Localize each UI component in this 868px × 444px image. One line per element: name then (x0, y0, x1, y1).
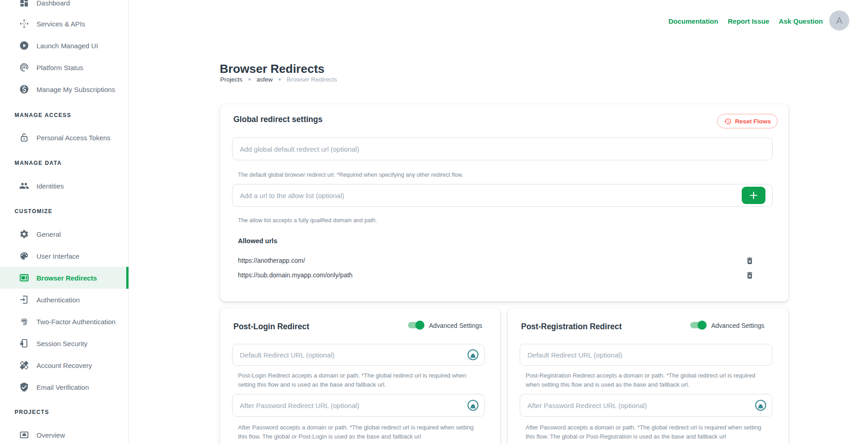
toggle-knob (698, 321, 707, 330)
allowed-urls-title: Allowed urls (238, 237, 277, 245)
phone-lock-icon (19, 338, 29, 348)
dashboard-icon (19, 0, 29, 8)
post-login-default-url-input[interactable] (232, 344, 485, 366)
post-login-default-help: Post-Login Redirect accepts a domain or … (238, 371, 477, 389)
sidebar-section-manage-access: MANAGE ACCESS (0, 104, 129, 126)
delete-url-button[interactable] (745, 255, 754, 265)
sidebar-item-services-apis[interactable]: Services & APIs (0, 13, 129, 35)
top-links: Documentation Report Issue Ask Question (668, 17, 823, 25)
advanced-settings-label: Advanced Settings (711, 322, 765, 329)
sidebar-item-label: Overview (36, 431, 65, 439)
breadcrumb: Projects asfew Browser Redirects (220, 76, 337, 83)
after-password-field (232, 394, 485, 417)
sidebar-item-platform-status[interactable]: Platform Status (0, 56, 129, 78)
sidebar-item-personal-access-tokens[interactable]: Personal Access Tokens (0, 127, 129, 148)
allowed-url-row: https://anotherapp.com/ (238, 254, 770, 267)
global-redirect-settings-card: Global redirect settings Reset Flows The… (220, 104, 788, 301)
global-default-url-help: The default global browser redirect url.… (238, 171, 463, 179)
gear-icon (19, 229, 29, 239)
post-registration-redirect-card: Post-Registration Redirect Advanced Sett… (508, 308, 788, 444)
ask-question-link[interactable]: Ask Question (779, 17, 823, 25)
sidebar-item-label: Account Recovery (36, 362, 92, 369)
reset-flows-button[interactable]: Reset Flows (717, 114, 778, 128)
allow-list-url-input[interactable] (232, 184, 773, 207)
add-allow-url-button[interactable] (742, 187, 765, 204)
arch-badge-icon (755, 400, 766, 411)
palette-icon (19, 251, 29, 261)
avatar-initial: A (836, 15, 842, 26)
toggle-knob (415, 321, 424, 330)
sidebar-item-label: Authentication (36, 296, 80, 304)
post-registration-default-url-input[interactable] (520, 344, 772, 366)
avatar[interactable]: A (829, 10, 849, 31)
breadcrumb-projects[interactable]: Projects (220, 76, 243, 83)
allowed-url-text: https://sub.domain.myapp.com/only/path (238, 271, 745, 279)
sidebar-item-label: Platform Status (36, 64, 83, 71)
sidebar-item-dashboard[interactable]: Dashboard (0, 0, 129, 14)
platform-status-icon (19, 62, 29, 72)
sidebar-item-general[interactable]: General (0, 223, 129, 245)
card-title: Post-Login Redirect (233, 322, 309, 332)
advanced-settings-toggle[interactable] (407, 321, 424, 330)
post-login-after-password-url-input[interactable] (232, 394, 485, 417)
post-registration-default-help: Post-Registration Redirect accepts a dom… (526, 371, 765, 389)
plus-icon (749, 191, 758, 200)
post-login-redirect-card: Post-Login Redirect Advanced Settings Po… (220, 308, 500, 444)
allowed-url-row: https://sub.domain.myapp.com/only/path (238, 268, 770, 282)
sidebar: Dashboard Services & APIs Launch Managed… (0, 0, 129, 444)
sidebar-item-label: User Interface (36, 252, 79, 260)
sidebar-section-manage-data: MANAGE DATA (0, 152, 129, 174)
sidebar-item-launch-managed-ui[interactable]: Launch Managed UI (0, 35, 129, 56)
post-registration-after-password-url-input[interactable] (520, 394, 772, 417)
sidebar-item-label: Email Verification (36, 383, 89, 391)
after-password-field (520, 394, 772, 417)
login-icon (19, 295, 29, 305)
sidebar-item-account-recovery[interactable]: Account Recovery (0, 354, 129, 376)
sidebar-item-two-factor[interactable]: Two-Factor Authentication (0, 311, 129, 332)
browser-window-icon (19, 273, 29, 283)
page-title: Browser Redirects (220, 62, 325, 76)
section-label: PROJECTS (15, 409, 49, 415)
default-redirect-field (232, 344, 485, 366)
breadcrumb-project-name[interactable]: asfew (257, 76, 273, 83)
sidebar-section-projects: PROJECTS (0, 401, 129, 423)
card-title: Post-Registration Redirect (521, 322, 622, 332)
sidebar-item-overview[interactable]: Overview (0, 424, 129, 444)
report-issue-link[interactable]: Report Issue (728, 17, 769, 25)
documentation-link[interactable]: Documentation (668, 17, 718, 25)
advanced-settings-toggle[interactable] (689, 321, 707, 330)
sidebar-item-label: Dashboard (36, 0, 70, 7)
sidebar-item-authentication[interactable]: Authentication (0, 289, 129, 311)
people-icon (19, 181, 29, 191)
dollar-circle-icon (19, 84, 29, 94)
card-title: Global redirect settings (233, 115, 322, 124)
sidebar-item-user-interface[interactable]: User Interface (0, 245, 129, 267)
sidebar-item-label: Browser Redirects (36, 274, 97, 282)
sidebar-item-label: Launch Managed UI (36, 42, 98, 50)
default-redirect-field (520, 344, 772, 366)
sidebar-item-browser-redirects[interactable]: Browser Redirects (0, 267, 129, 289)
sidebar-item-label: Identities (36, 182, 64, 190)
history-icon (724, 117, 732, 125)
advanced-settings-label: Advanced Settings (429, 322, 482, 329)
sidebar-item-identities[interactable]: Identities (0, 175, 129, 197)
play-circle-icon (19, 41, 29, 51)
global-default-redirect-url-input[interactable] (232, 138, 773, 160)
arch-badge-icon (467, 400, 479, 411)
sidebar-item-label: Manage My Subscriptions (36, 86, 115, 93)
allowed-url-text: https://anotherapp.com/ (238, 257, 745, 264)
breadcrumb-separator (248, 78, 251, 81)
section-label: CUSTOMIZE (15, 208, 52, 214)
sidebar-item-manage-subscriptions[interactable]: Manage My Subscriptions (0, 78, 129, 100)
delete-url-button[interactable] (745, 270, 754, 280)
shield-check-icon (19, 382, 29, 392)
section-label: MANAGE DATA (15, 160, 62, 166)
sidebar-item-label: Services & APIs (36, 20, 85, 28)
sidebar-item-session-security[interactable]: Session Security (0, 332, 129, 354)
fingerprint-icon (19, 316, 29, 327)
post-login-after-password-help: After Password accepts a domain or path.… (238, 423, 477, 441)
section-label: MANAGE ACCESS (15, 112, 71, 118)
sidebar-item-email-verification[interactable]: Email Verification (0, 376, 129, 398)
cloud-panel-icon (19, 430, 29, 440)
services-apis-icon (19, 19, 29, 29)
